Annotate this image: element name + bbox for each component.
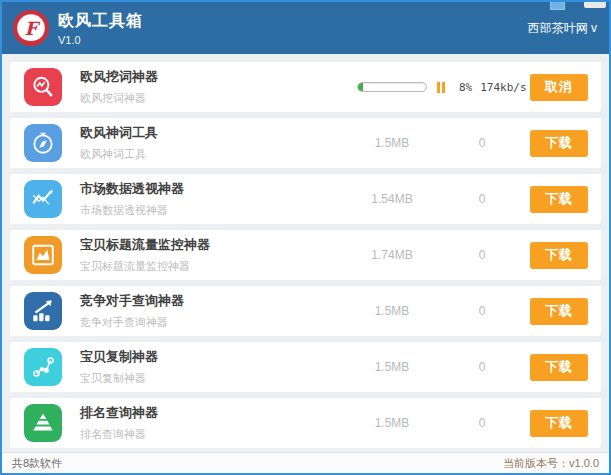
file-size: 1.74MB (337, 248, 447, 262)
tool-subtitle: 宝贝标题流量监控神器 (80, 259, 337, 274)
compass-icon (24, 124, 62, 162)
download-count: 0 (447, 248, 517, 262)
tool-title: 排名查询神器 (80, 404, 337, 422)
chart-box-icon (24, 236, 62, 274)
line-chart-icon (24, 180, 62, 218)
download-count: 0 (447, 360, 517, 374)
app-logo-icon: F (12, 9, 50, 47)
progress-bar (357, 82, 427, 92)
download-count: 0 (447, 304, 517, 318)
tool-title: 竞争对手查询神器 (80, 292, 337, 310)
close-button[interactable] (584, 2, 606, 8)
tool-title: 宝贝复制神器 (80, 348, 337, 366)
file-size: 1.5MB (337, 136, 447, 150)
download-count: 0 (447, 192, 517, 206)
progress-fill (358, 83, 363, 91)
app-window: F 欧风工具箱 V1.0 西部茶叶网 v 欧风挖词神器 欧风挖词神器 8% 17… (0, 0, 611, 475)
download-button[interactable]: 下载 (530, 242, 588, 269)
tool-subtitle: 竞争对手查询神器 (80, 315, 337, 330)
tool-subtitle: 欧风挖词神器 (80, 91, 337, 106)
tool-subtitle: 市场数据透视神器 (80, 203, 337, 218)
file-size: 1.5MB (337, 416, 447, 430)
download-count: 0 (447, 136, 517, 150)
software-count-label: 共8款软件 (12, 456, 62, 471)
keyword-mining-icon (24, 68, 62, 106)
tool-title: 欧风挖词神器 (80, 68, 337, 86)
tool-list: 欧风挖词神器 欧风挖词神器 8% 174kb/s 取消 欧风神词工具 欧风神词工… (2, 54, 609, 452)
progress-section: 8% 174kb/s (337, 81, 517, 94)
tool-title: 宝贝标题流量监控神器 (80, 236, 337, 254)
download-button[interactable]: 下载 (530, 410, 588, 437)
tool-row: 排名查询神器 排名查询神器 1.5MB 0 下载 (10, 398, 601, 448)
app-version: V1.0 (58, 34, 143, 46)
tool-row: 宝贝复制神器 宝贝复制神器 1.5MB 0 下载 (10, 342, 601, 392)
download-button[interactable]: 下载 (530, 354, 588, 381)
pyramid-icon (24, 404, 62, 442)
file-size: 1.5MB (337, 304, 447, 318)
file-size: 1.5MB (337, 360, 447, 374)
app-title: 欧风工具箱 (58, 11, 143, 32)
tool-row: 竞争对手查询神器 竞争对手查询神器 1.5MB 0 下载 (10, 286, 601, 336)
header-site-link[interactable]: 西部茶叶网 v (528, 20, 597, 37)
tool-row: 欧风神词工具 欧风神词工具 1.5MB 0 下载 (10, 118, 601, 168)
progress-percent: 8% (459, 81, 472, 94)
download-button[interactable]: 下载 (530, 298, 588, 325)
title-block: 欧风工具箱 V1.0 (58, 11, 143, 46)
download-count: 0 (447, 416, 517, 430)
cancel-button[interactable]: 取消 (530, 74, 588, 101)
pause-icon[interactable] (437, 82, 447, 93)
tool-subtitle: 宝贝复制神器 (80, 371, 337, 386)
download-button[interactable]: 下载 (530, 130, 588, 157)
tool-title: 市场数据透视神器 (80, 180, 337, 198)
titlebar: F 欧风工具箱 V1.0 西部茶叶网 v (2, 2, 609, 54)
statusbar: 共8款软件 当前版本号：v1.0.0 (2, 452, 609, 473)
tool-subtitle: 欧风神词工具 (80, 147, 337, 162)
tool-row: 宝贝标题流量监控神器 宝贝标题流量监控神器 1.74MB 0 下载 (10, 230, 601, 280)
download-button[interactable]: 下载 (530, 186, 588, 213)
trend-coins-icon (24, 292, 62, 330)
file-size: 1.54MB (337, 192, 447, 206)
tool-title: 欧风神词工具 (80, 124, 337, 142)
version-label: 当前版本号：v1.0.0 (503, 456, 599, 471)
nodes-icon (24, 348, 62, 386)
tool-row: 欧风挖词神器 欧风挖词神器 8% 174kb/s 取消 (10, 62, 601, 112)
tool-subtitle: 排名查询神器 (80, 427, 337, 442)
minimize-button[interactable] (550, 2, 565, 10)
tool-row: 市场数据透视神器 市场数据透视神器 1.54MB 0 下载 (10, 174, 601, 224)
